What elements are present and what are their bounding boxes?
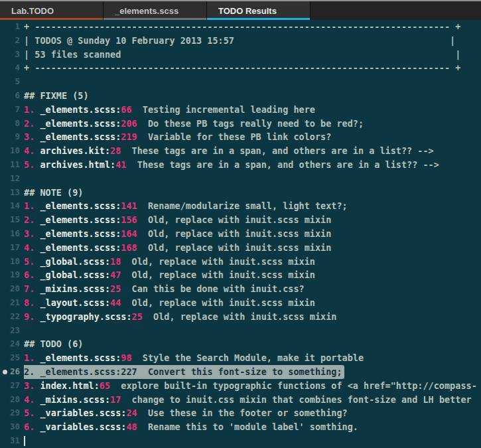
gutter: 31 (0, 434, 24, 448)
result-line-number: 168 (121, 242, 137, 253)
gutter: 28 (0, 393, 24, 407)
editor-line-28[interactable]: 284. _mixins.scss:17 change to inuit.css… (0, 393, 481, 407)
line-number: 14 (10, 199, 20, 213)
result-index: 2. (24, 118, 34, 129)
editor-line-20[interactable]: 207. _mixins.scss:25 Can this be done wi… (0, 282, 481, 296)
code-content (24, 75, 481, 89)
result-index: 4. (24, 394, 34, 405)
code-content: ## TODO (6) (24, 337, 481, 351)
line-number: 6 (15, 89, 20, 103)
result-index: 1. (24, 352, 34, 363)
editor-line-29[interactable]: 295. _variables.scss:24 Use these in the… (0, 406, 481, 420)
banner-frame-text: | TODOS @ Sunday 10 February 2013 15:57 … (24, 35, 455, 46)
editor-line-11[interactable]: 115. archives.html:41 These tags are in … (0, 158, 481, 172)
result-line-number: 47 (110, 269, 121, 280)
editor-line-30[interactable]: 306. _variables.scss:48 Rename this to '… (0, 420, 481, 434)
result-line-number: 227 (121, 366, 137, 377)
result-filename: _variables.scss: (40, 408, 126, 418)
result-line-number: 28 (110, 145, 121, 156)
tab-active-accent (207, 18, 310, 20)
result-line-number: 44 (110, 297, 121, 308)
editor-line-22[interactable]: 229. _typography.scss:25 Old, replace wi… (0, 310, 481, 324)
code-content: ## FIXME (5) (24, 89, 481, 103)
line-number: 8 (15, 117, 20, 131)
gutter: 15 (0, 213, 24, 227)
todo-results-pane[interactable]: 1+ -------------------------------------… (0, 20, 481, 448)
gutter: 20 (0, 282, 24, 296)
editor-line-8[interactable]: 82. _elements.scss:206 Do these PB tags … (0, 117, 481, 131)
gutter: 29 (0, 406, 24, 420)
result-index: 3. (24, 131, 34, 142)
line-number: 9 (15, 130, 20, 144)
result-index: 5. (24, 256, 34, 267)
editor-line-26[interactable]: 262. _elements.scss:227 Convert this fon… (0, 365, 481, 379)
result-filename: index.html: (40, 380, 99, 391)
result-line-number: 48 (126, 421, 137, 432)
editor-line-27[interactable]: 273. index.html:65 explore built-in typo… (0, 379, 481, 393)
result-text: These tags are in a span, and others are… (121, 145, 433, 156)
editor-line-3: 3| 53 files scanned | (0, 48, 481, 62)
tab-bar: Lab.TODO _elements.scss TODO Results (0, 0, 481, 20)
code-content: 6. _global.scss:47 Old, replace with inu… (24, 268, 481, 282)
code-content: 3. _elements.scss:219 Variable for these… (24, 130, 481, 144)
result-index: 6. (24, 269, 34, 280)
result-index: 6. (24, 421, 34, 432)
line-number: 10 (10, 144, 20, 158)
line-number: 13 (10, 186, 20, 200)
editor-line-12: 12 (0, 172, 481, 186)
tab-label: TODO Results (218, 6, 277, 16)
editor-line-9[interactable]: 93. _elements.scss:219 Variable for thes… (0, 130, 481, 144)
editor-line-25[interactable]: 251. _elements.scss:98 Style the Search … (0, 351, 481, 365)
gutter: 8 (0, 117, 24, 131)
line-number: 11 (10, 158, 20, 172)
result-text: explore built-in typographic functions o… (110, 380, 477, 391)
result-line-number: 24 (126, 408, 137, 418)
gutter: 5 (0, 75, 24, 89)
result-line-number: 65 (100, 380, 110, 391)
editor-line-15[interactable]: 152. _elements.scss:156 Old, replace wit… (0, 213, 481, 227)
result-line-number: 164 (121, 228, 137, 239)
result-text: Rename/modularize small, light text?; (137, 200, 348, 211)
result-text: Do these PB tags really need to be red?; (137, 118, 364, 129)
code-content: 4. _elements.scss:168 Old, replace with … (24, 241, 481, 255)
result-text: change to inuit.css mixin that combines … (121, 394, 471, 405)
selected-result[interactable]: 2. _elements.scss:227 Convert this font-… (24, 365, 344, 379)
line-number: 23 (10, 324, 20, 338)
tab-lab-todo[interactable]: Lab.TODO (0, 1, 103, 20)
editor-line-21[interactable]: 218. _layout.scss:44 Old, replace with i… (0, 296, 481, 310)
editor-line-16[interactable]: 163. _elements.scss:164 Old, replace wit… (0, 227, 481, 241)
gutter: 13 (0, 186, 24, 200)
tab-label: Lab.TODO (11, 6, 54, 16)
code-content (24, 324, 481, 338)
code-content: + --------------------------------------… (24, 20, 481, 34)
gutter: 11 (0, 158, 24, 172)
editor-line-10[interactable]: 104. archives.kit:28 These tags are in a… (0, 144, 481, 158)
banner-frame-text: + --------------------------------------… (24, 21, 460, 32)
editor-line-14[interactable]: 141. _elements.scss:141 Rename/modulariz… (0, 199, 481, 213)
code-content: 8. _layout.scss:44 Old, replace with inu… (24, 296, 481, 310)
code-content: 9. _typography.scss:25 Old, replace with… (24, 310, 481, 324)
line-number: 20 (10, 282, 20, 296)
line-number: 29 (10, 406, 20, 420)
result-line-number: 41 (115, 159, 126, 170)
code-content: 2. _elements.scss:156 Old, replace with … (24, 213, 481, 227)
result-text: Convert this font-size to something; (137, 366, 342, 377)
result-filename: _mixins.scss: (40, 394, 110, 405)
editor-line-18[interactable]: 185. _global.scss:18 Old, replace with i… (0, 255, 481, 269)
gutter: 30 (0, 420, 24, 434)
editor-line-17[interactable]: 174. _elements.scss:168 Old, replace wit… (0, 241, 481, 255)
editor-line-7[interactable]: 71. _elements.scss:66 Testing incrementa… (0, 103, 481, 117)
result-index: 1. (24, 200, 34, 211)
result-text: Testing incremental leading here (132, 104, 315, 115)
line-number: 4 (15, 61, 20, 75)
code-content: 7. _mixins.scss:25 Can this be done with… (24, 282, 481, 296)
tab-todo-results[interactable]: TODO Results (207, 1, 310, 20)
line-number: 19 (10, 268, 20, 282)
line-number: 27 (10, 379, 20, 393)
editor-line-31: 31 (0, 434, 481, 448)
line-number: 28 (10, 393, 20, 407)
tab-elements-scss[interactable]: _elements.scss (103, 1, 207, 20)
line-number: 30 (10, 420, 20, 434)
result-line-number: 141 (121, 200, 137, 211)
editor-line-19[interactable]: 196. _global.scss:47 Old, replace with i… (0, 268, 481, 282)
